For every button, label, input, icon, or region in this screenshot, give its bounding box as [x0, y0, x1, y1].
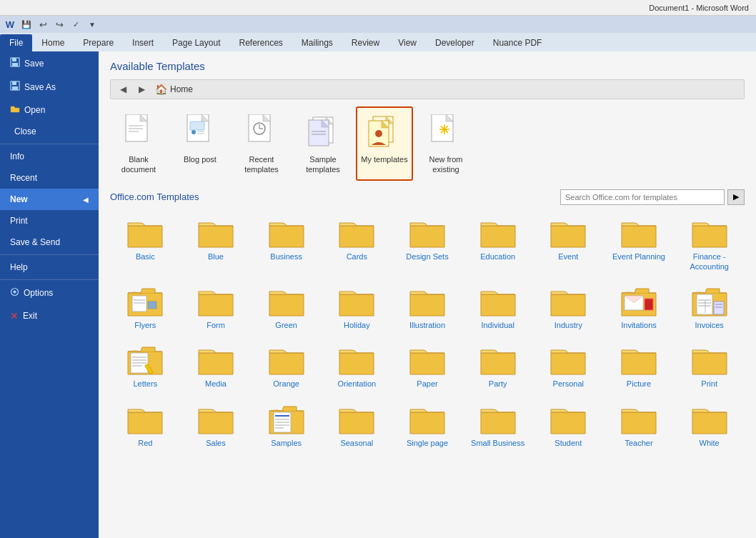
more-quick-btn[interactable]: ▼ — [85, 17, 99, 31]
folder-label-flyers: Flyers — [134, 320, 156, 330]
sidebar-item-info[interactable]: Info — [0, 146, 99, 167]
folder-icon-red — [126, 404, 164, 435]
undo-quick-btn[interactable]: ↩ — [36, 17, 50, 31]
folder-item-sales[interactable]: Sales — [181, 397, 252, 452]
tab-review[interactable]: Review — [342, 34, 389, 51]
home-label: Home — [170, 84, 193, 94]
sidebar-item-print[interactable]: Print — [0, 210, 99, 231]
redo-quick-btn[interactable]: ↪ — [52, 17, 66, 31]
tab-references[interactable]: References — [229, 34, 292, 51]
tab-mailings[interactable]: Mailings — [292, 34, 342, 51]
folder-label-green: Green — [275, 320, 297, 330]
blog-post-icon — [182, 112, 218, 151]
folder-icon-event — [549, 217, 587, 249]
search-button[interactable]: ▶ — [727, 189, 745, 205]
save-quick-btn[interactable]: 💾 — [19, 17, 34, 31]
folder-icon-samples — [268, 404, 305, 435]
folder-item-party[interactable]: Party — [462, 338, 533, 392]
folder-label-business: Business — [270, 251, 302, 261]
recent-label: Recent — [10, 173, 37, 183]
sidebar-item-save-as[interactable]: Save As — [0, 75, 99, 99]
sidebar-item-save[interactable]: Save — [0, 51, 99, 75]
template-sample[interactable]: Sample templates — [294, 106, 352, 181]
folder-label-orange: Orange — [273, 379, 299, 389]
folder-item-blue[interactable]: Blue — [181, 211, 252, 276]
sidebar-item-recent[interactable]: Recent — [0, 167, 99, 189]
nav-forward-btn[interactable]: ▶ — [134, 82, 149, 96]
new-label: New — [10, 194, 28, 204]
folder-item-flyers[interactable]: Flyers — [110, 279, 181, 334]
template-my-templates[interactable]: My templates — [356, 106, 413, 181]
tab-insert[interactable]: Insert — [123, 34, 163, 51]
blank-doc-label: Blank document — [114, 154, 163, 175]
folder-item-paper[interactable]: Paper — [392, 338, 463, 392]
tab-home[interactable]: Home — [32, 34, 74, 51]
folder-item-teacher[interactable]: Teacher — [604, 397, 675, 452]
folder-item-single_page[interactable]: Single page — [392, 397, 463, 452]
tab-prepare[interactable]: Prepare — [74, 34, 123, 51]
sidebar-item-open[interactable]: Open — [0, 99, 99, 121]
template-blog-post[interactable]: Blog post — [171, 106, 229, 181]
sidebar-item-options[interactable]: Options — [0, 282, 99, 304]
folder-item-media[interactable]: Media — [181, 338, 252, 392]
folder-label-blue: Blue — [208, 251, 224, 261]
folder-item-form[interactable]: Form — [181, 279, 252, 334]
folder-icon-design_sets — [409, 217, 446, 249]
nav-home[interactable]: 🏠 Home — [155, 84, 193, 95]
folder-icon-print — [691, 344, 728, 376]
save-as-icon — [10, 81, 20, 93]
template-new-existing[interactable]: ✳ New from existing — [417, 106, 474, 181]
sidebar-item-save-send[interactable]: Save & Send — [0, 231, 99, 253]
folder-item-picture[interactable]: Picture — [604, 338, 675, 392]
folder-item-student[interactable]: Student — [533, 397, 604, 452]
folder-item-event[interactable]: Event — [533, 211, 604, 276]
folder-item-cards[interactable]: Cards — [322, 211, 392, 276]
folder-item-invoices[interactable]: Invoices — [674, 279, 745, 334]
folder-item-illustration[interactable]: Illustration — [392, 279, 463, 334]
folder-item-finance_accounting[interactable]: Finance - Accounting — [674, 211, 745, 276]
folder-item-small_business[interactable]: Small Business — [462, 397, 533, 452]
folder-item-individual[interactable]: Individual — [462, 279, 533, 334]
tab-nuance[interactable]: Nuance PDF — [484, 34, 552, 51]
folder-item-design_sets[interactable]: Design Sets — [392, 211, 463, 276]
tab-page-layout[interactable]: Page Layout — [163, 34, 229, 51]
folder-item-seasonal[interactable]: Seasonal — [322, 397, 392, 452]
svg-rect-1 — [12, 58, 16, 61]
folder-item-print[interactable]: Print — [674, 338, 745, 392]
tab-developer[interactable]: Developer — [426, 34, 484, 51]
folder-label-sales: Sales — [206, 438, 226, 448]
svg-rect-38 — [132, 296, 146, 312]
sidebar-item-help[interactable]: Help — [0, 256, 99, 278]
sidebar-item-close[interactable]: Close — [0, 121, 99, 142]
tab-view[interactable]: View — [389, 34, 426, 51]
folder-label-illustration: Illustration — [409, 320, 445, 330]
folder-item-holiday[interactable]: Holiday — [322, 279, 392, 334]
folder-item-industry[interactable]: Industry — [533, 279, 604, 334]
recent-templates-icon — [244, 112, 279, 151]
templates-row: Blank document Blog post — [110, 106, 745, 181]
folder-icon-education — [479, 217, 517, 249]
folder-item-business[interactable]: Business — [251, 211, 322, 276]
svg-text:✳: ✳ — [439, 123, 449, 137]
folder-item-letters[interactable]: Letters — [110, 338, 181, 392]
template-blank-doc[interactable]: Blank document — [110, 106, 167, 181]
main-layout: Save Save As Open Close Info Recent New — [0, 51, 756, 538]
tab-file[interactable]: File — [0, 34, 32, 51]
nav-back-btn[interactable]: ◀ — [115, 82, 131, 96]
template-recent[interactable]: Recent templates — [233, 106, 290, 181]
custom-quick-btn[interactable]: ✓ — [69, 17, 83, 31]
folder-item-samples[interactable]: Samples — [251, 397, 322, 452]
search-input[interactable] — [560, 189, 725, 205]
folder-item-personal[interactable]: Personal — [533, 338, 604, 392]
folder-item-basic[interactable]: Basic — [110, 211, 181, 276]
folder-item-green[interactable]: Green — [251, 279, 322, 334]
sidebar-item-new[interactable]: New ◀ — [0, 189, 99, 210]
folder-item-orange[interactable]: Orange — [251, 338, 322, 392]
folder-item-white[interactable]: White — [674, 397, 745, 452]
folder-item-red[interactable]: Red — [110, 397, 181, 452]
folder-item-event_planning[interactable]: Event Planning — [604, 211, 675, 276]
folder-item-orientation[interactable]: Orientation — [322, 338, 392, 392]
folder-item-education[interactable]: Education — [462, 211, 533, 276]
sidebar-item-exit[interactable]: ✕ Exit — [0, 304, 99, 327]
folder-item-invitations[interactable]: Invitations — [604, 279, 675, 334]
